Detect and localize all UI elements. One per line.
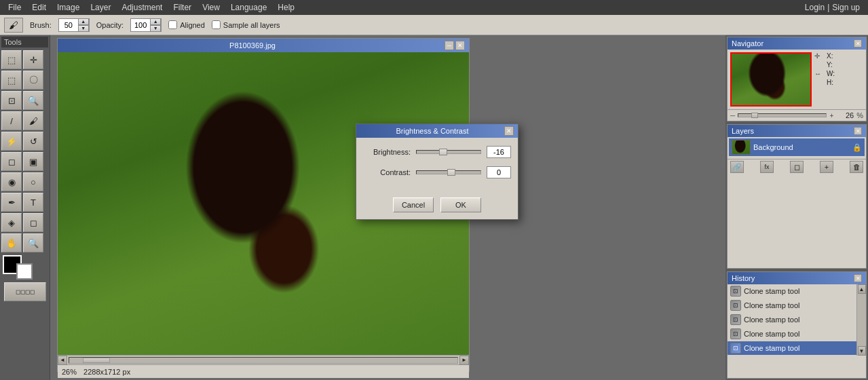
sample-all-layers-checkbox[interactable] (212, 20, 221, 29)
aligned-checkbox[interactable] (168, 20, 177, 29)
tool-zoom[interactable]: 🔍 (23, 233, 43, 252)
history-item-4[interactable]: ⊡ Clone stamp tool (728, 327, 856, 341)
contrast-label: Contrast: (363, 168, 411, 176)
opacity-input[interactable] (131, 19, 150, 31)
layers-mask-button[interactable]: ◻ (790, 161, 804, 173)
tool-lasso[interactable]: ⬚ (1, 71, 22, 90)
zoom-slider[interactable] (738, 113, 827, 117)
tool-selection[interactable]: ⬚ (1, 50, 22, 69)
brush-size-input[interactable] (59, 19, 78, 31)
menu-language[interactable]: Language (225, 1, 272, 14)
history-item-5[interactable]: ⊡ Clone stamp tool (728, 341, 856, 355)
background-color[interactable] (16, 263, 33, 280)
contrast-input[interactable] (487, 166, 511, 178)
history-list: ⊡ Clone stamp tool ⊡ Clone stamp tool ⊡ … (728, 284, 856, 356)
scroll-track[interactable] (69, 357, 458, 364)
layers-link-button[interactable]: 🔗 (730, 161, 744, 173)
zoom-in-icon[interactable]: + (829, 112, 833, 119)
history-item-2[interactable]: ⊡ Clone stamp tool (728, 299, 856, 312)
menu-adjustment[interactable]: Adjustment (116, 1, 168, 14)
menu-help[interactable]: Help (272, 1, 300, 14)
contrast-slider[interactable] (416, 170, 481, 174)
history-item-3[interactable]: ⊡ Clone stamp tool (728, 313, 856, 326)
history-scroll-up[interactable]: ▲ (858, 284, 866, 294)
brightness-slider[interactable] (416, 150, 481, 154)
canvas-area[interactable]: P8100369.jpg ─ ✕ ◄ ► 26% 2288x1712 px (50, 35, 725, 380)
layers-close-button[interactable]: ✕ (854, 127, 862, 135)
tool-pen[interactable]: ✒ (1, 193, 22, 212)
scroll-left-arrow[interactable]: ◄ (58, 356, 67, 365)
signup-link[interactable]: Sign up (832, 3, 860, 12)
history-icon-4: ⊡ (730, 328, 741, 339)
coord-row-w: ↔ W: (814, 70, 835, 77)
brush-label: Brush: (30, 21, 52, 29)
tool-quick-select[interactable]: 〇 (23, 71, 43, 90)
tool-text[interactable]: T (23, 193, 43, 212)
horizontal-scrollbar[interactable]: ◄ ► (58, 355, 469, 364)
zoom-out-icon[interactable]: ─ (730, 112, 735, 119)
menu-view[interactable]: View (197, 1, 225, 14)
statusbar-zoom: 26% (62, 368, 77, 376)
scroll-right-arrow[interactable]: ► (459, 356, 469, 365)
tool-hand[interactable]: ✋ (1, 233, 22, 252)
navigator-close-button[interactable]: ✕ (854, 39, 862, 48)
tool-eraser[interactable]: ◻ (1, 152, 22, 171)
tool-clone[interactable]: ⚡ (1, 132, 22, 151)
brightness-input[interactable] (487, 146, 511, 158)
brush-size-down[interactable]: ▼ (78, 25, 89, 32)
history-close-button[interactable]: ✕ (854, 274, 862, 282)
layers-fx-button[interactable]: fx (760, 161, 774, 173)
login-link[interactable]: Login (805, 3, 825, 12)
contrast-thumb[interactable] (447, 169, 455, 176)
scroll-thumb[interactable] (83, 358, 110, 363)
layers-delete-button[interactable]: 🗑 (850, 161, 863, 173)
menu-edit[interactable]: Edit (26, 1, 52, 14)
layer-lock-icon: 🔒 (852, 143, 862, 152)
tool-brush[interactable]: 🖌 (23, 111, 43, 130)
aligned-checkbox-label[interactable]: Aligned (168, 20, 205, 29)
tool-gradient[interactable]: ▣ (23, 152, 43, 171)
image-close-button[interactable]: ✕ (455, 41, 465, 50)
opacity-up[interactable]: ▲ (150, 18, 161, 25)
ok-button[interactable]: OK (440, 197, 481, 212)
menu-file[interactable]: File (3, 1, 26, 14)
coord-row-y: Y: (814, 61, 835, 69)
menu-layer[interactable]: Layer (85, 1, 116, 14)
tool-dodge[interactable]: ○ (23, 172, 43, 191)
statusbar: 26% 2288x1712 px (58, 364, 469, 378)
menu-filter[interactable]: Filter (168, 1, 197, 14)
tool-shape[interactable]: ◻ (23, 213, 43, 232)
tool-move[interactable]: ✛ (23, 50, 43, 69)
history-inner: ⊡ Clone stamp tool ⊡ Clone stamp tool ⊡ … (728, 284, 866, 356)
history-icon-5: ⊡ (730, 343, 741, 354)
brush-size-up[interactable]: ▲ (78, 18, 89, 25)
tool-history-brush[interactable]: ↺ (23, 132, 43, 151)
coord-x-icon: ✛ (814, 52, 825, 60)
coord-x-label: X: (827, 52, 833, 60)
tool-blur[interactable]: ◉ (1, 172, 22, 191)
navigator-titlebar: Navigator ✕ (728, 37, 866, 50)
layer-background[interactable]: Background 🔒 (729, 138, 865, 156)
tool-spot-heal[interactable]: / (1, 111, 22, 130)
layers-new-button[interactable]: + (820, 161, 833, 173)
history-label-4: Clone stamp tool (744, 330, 800, 338)
history-scroll-down[interactable]: ▼ (858, 346, 866, 356)
zoom-thumb[interactable] (751, 113, 758, 118)
layers-panel: Layers ✕ Background 🔒 🔗 fx ◻ + 🗑 (727, 124, 867, 269)
tool-crop[interactable]: ⊡ (1, 91, 22, 110)
tool-selection2[interactable]: ◈ (1, 213, 22, 232)
image-minimize-button[interactable]: ─ (445, 41, 454, 50)
coord-row-x: ✛ X: (814, 52, 835, 60)
menu-image[interactable]: Image (52, 1, 85, 14)
layers-footer: 🔗 fx ◻ + 🗑 (728, 159, 866, 174)
tool-eyedropper[interactable]: 🔍 (23, 91, 43, 110)
tool-mode-normal[interactable]: ◻◻◻◻ (4, 282, 46, 301)
dialog-close-button[interactable]: ✕ (504, 126, 514, 136)
cancel-button[interactable]: Cancel (393, 197, 434, 212)
opacity-down[interactable]: ▼ (150, 25, 161, 32)
history-scroll-track[interactable] (858, 294, 866, 346)
sample-all-layers-label[interactable]: Sample all layers (212, 20, 280, 29)
history-item-1[interactable]: ⊡ Clone stamp tool (728, 284, 856, 298)
brightness-thumb[interactable] (439, 149, 447, 155)
nav-coords: ✛ X: Y: ↔ W: H: (814, 52, 835, 107)
